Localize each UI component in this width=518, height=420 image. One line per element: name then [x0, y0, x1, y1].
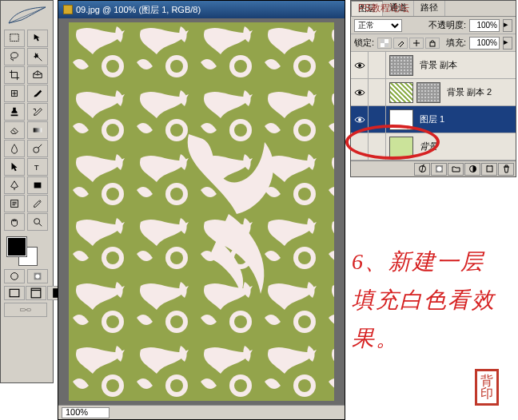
- svg-rect-5: [34, 183, 42, 188]
- document-window: 09.jpg @ 100% (图层 1, RGB/8) 100%: [58, 0, 345, 420]
- new-set-button[interactable]: [448, 163, 464, 176]
- svg-rect-33: [487, 166, 492, 172]
- layer-mask-button[interactable]: [431, 163, 447, 176]
- layer-thumbnail: [416, 82, 440, 103]
- svg-rect-23: [385, 43, 388, 47]
- svg-rect-15: [27, 309, 30, 311]
- link-col[interactable]: [369, 79, 386, 105]
- toolbox: T: [0, 0, 54, 383]
- svg-point-27: [358, 118, 361, 121]
- layer-mask-thumbnail: [389, 82, 413, 103]
- layer-row[interactable]: 背景 副本: [351, 52, 516, 79]
- eraser-tool[interactable]: [4, 121, 25, 139]
- svg-point-10: [35, 274, 39, 278]
- new-layer-button[interactable]: [481, 163, 497, 176]
- tab-layers[interactable]: 图层: [351, 1, 383, 16]
- svg-rect-0: [10, 34, 19, 42]
- standard-mode-button[interactable]: [4, 269, 25, 283]
- notes-tool[interactable]: [4, 195, 25, 212]
- dodge-tool[interactable]: [27, 140, 48, 157]
- tab-channels[interactable]: 通道: [383, 1, 414, 16]
- hand-tool[interactable]: [4, 213, 25, 231]
- brush-tool[interactable]: [27, 85, 48, 102]
- zoom-field[interactable]: 100%: [62, 407, 110, 418]
- svg-rect-11: [10, 289, 19, 296]
- zoom-tool[interactable]: [27, 213, 48, 231]
- history-brush-tool[interactable]: [27, 103, 48, 121]
- lock-all-button[interactable]: [425, 38, 440, 49]
- svg-rect-24: [430, 42, 435, 46]
- marquee-tool[interactable]: [4, 30, 25, 47]
- path-select-tool[interactable]: [4, 158, 25, 176]
- quickmask-mode-button[interactable]: [27, 269, 48, 283]
- layer-thumbnail: [389, 109, 413, 130]
- layer-row[interactable]: 背景: [351, 133, 516, 160]
- svg-point-3: [34, 147, 39, 153]
- canvas-pattern-artwork: [69, 22, 334, 401]
- link-col[interactable]: [369, 133, 386, 160]
- gradient-tool[interactable]: [27, 121, 48, 139]
- delete-layer-button[interactable]: [498, 163, 514, 176]
- layer-row[interactable]: 图层 1: [351, 106, 516, 133]
- heal-tool[interactable]: [4, 85, 25, 102]
- link-col[interactable]: [369, 106, 386, 133]
- canvas-area[interactable]: [58, 18, 345, 405]
- link-col[interactable]: [369, 52, 386, 78]
- adjustment-layer-button[interactable]: [464, 163, 480, 176]
- svg-rect-2: [34, 128, 42, 132]
- svg-text:T: T: [34, 163, 39, 172]
- layer-name: 图层 1: [420, 115, 444, 124]
- lasso-tool[interactable]: [4, 48, 25, 65]
- visibility-toggle[interactable]: [351, 133, 369, 160]
- lock-pixels-button[interactable]: [393, 38, 408, 49]
- crop-tool[interactable]: [4, 66, 25, 84]
- document-titlebar[interactable]: 09.jpg @ 100% (图层 1, RGB/8): [58, 1, 345, 18]
- lock-position-button[interactable]: [409, 38, 424, 49]
- svg-point-26: [358, 91, 361, 94]
- svg-rect-12: [31, 288, 41, 298]
- visibility-toggle[interactable]: [351, 52, 369, 78]
- shape-tool[interactable]: [27, 176, 48, 194]
- lock-buttons: [377, 38, 440, 49]
- layer-style-button[interactable]: ƒ: [414, 163, 430, 176]
- opacity-field[interactable]: [469, 19, 500, 32]
- fill-label: 填充:: [446, 38, 466, 47]
- screenmode-standard[interactable]: [4, 286, 25, 300]
- opacity-flyout-icon[interactable]: ▸: [503, 19, 512, 32]
- canvas[interactable]: [69, 22, 334, 401]
- blend-mode-select[interactable]: 正常: [354, 19, 402, 32]
- layer-name: 背景 副本: [420, 61, 457, 69]
- layer-thumbnail: [389, 137, 413, 157]
- fill-flyout-icon[interactable]: ▸: [503, 37, 512, 50]
- fg-color-swatch[interactable]: [7, 237, 26, 256]
- type-tool[interactable]: T: [27, 158, 48, 176]
- color-swatches[interactable]: [4, 236, 50, 264]
- seal-stamp: 背印: [475, 369, 499, 406]
- tab-paths[interactable]: 路径: [414, 1, 445, 16]
- slice-tool[interactable]: [27, 66, 48, 84]
- visibility-toggle[interactable]: [351, 106, 369, 133]
- blur-tool[interactable]: [4, 140, 25, 157]
- screenmode-menubar[interactable]: [26, 286, 46, 300]
- panel-tabs: 图层 通道 路径: [351, 1, 516, 17]
- lock-label: 锁定:: [354, 38, 374, 47]
- lock-transparency-button[interactable]: [377, 38, 392, 49]
- jump-to-imageready[interactable]: [4, 303, 47, 317]
- visibility-toggle[interactable]: [351, 79, 369, 105]
- zoom-value: 100%: [66, 408, 88, 417]
- svg-text:ƒ: ƒ: [420, 164, 425, 172]
- svg-point-31: [436, 167, 441, 172]
- pen-tool[interactable]: [4, 176, 25, 194]
- opacity-label: 不透明度:: [428, 21, 466, 30]
- wand-tool[interactable]: [27, 48, 48, 65]
- document-icon: [63, 5, 73, 14]
- logo-feather-icon: [4, 4, 50, 26]
- svg-rect-20: [69, 22, 334, 401]
- layer-row[interactable]: 背景 副本 2: [351, 79, 516, 106]
- fill-field[interactable]: [469, 37, 500, 50]
- layer-name: 背景 副本 2: [447, 88, 492, 97]
- move-tool[interactable]: [27, 30, 48, 47]
- svg-point-25: [358, 64, 361, 67]
- eyedropper-tool[interactable]: [27, 195, 48, 212]
- stamp-tool[interactable]: [4, 103, 25, 121]
